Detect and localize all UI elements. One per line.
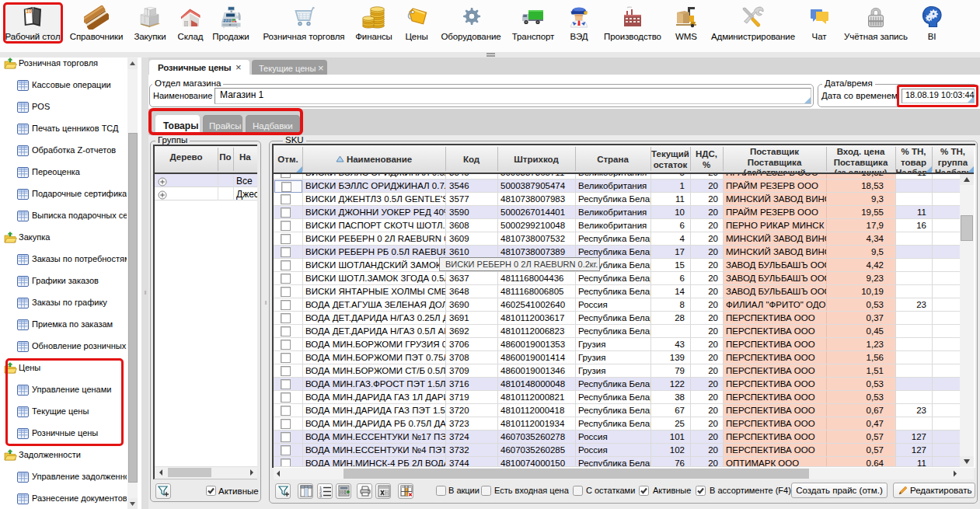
svg-text:3: 3 (319, 493, 322, 498)
